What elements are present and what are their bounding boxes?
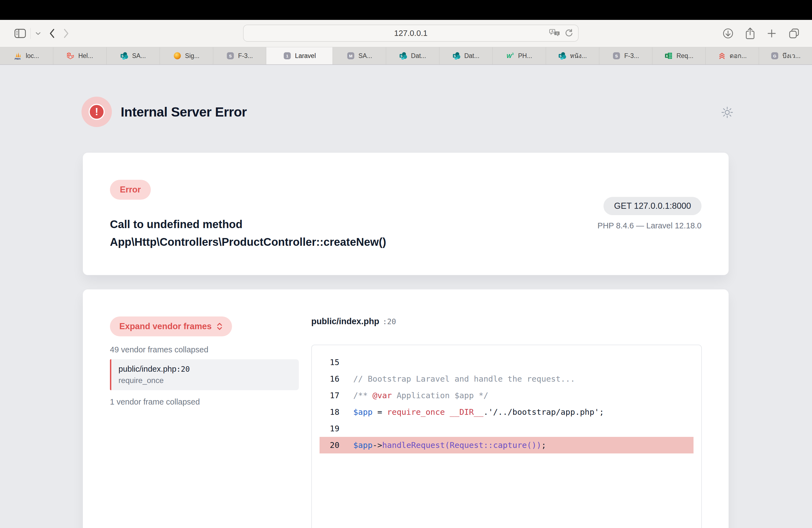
expand-vendor-frames-button[interactable]: Expand vendor frames [110, 317, 232, 336]
svg-text:X: X [666, 54, 668, 58]
share-icon[interactable] [744, 27, 756, 40]
toolbar-right-controls [722, 20, 800, 47]
tab-label: SA... [359, 52, 372, 60]
code-line-20: 20$app->handleRequest(Request::capture()… [320, 437, 694, 453]
svg-text:A: A [551, 30, 553, 33]
tab-label: Laravel [295, 52, 316, 60]
svg-text:G: G [773, 54, 777, 58]
browser-tab[interactable]: PMAloc... [0, 47, 53, 64]
code-line-15: 15 [320, 354, 694, 371]
browser-tab[interactable]: MSA... [333, 47, 386, 64]
toolbar-divider [30, 28, 31, 39]
tab-overview-icon[interactable] [788, 27, 800, 40]
line-number: 17 [320, 391, 339, 400]
exception-message: Call to undefined method App\Http\Contro… [110, 216, 466, 251]
laravel-logo-icon [66, 52, 75, 60]
version-info: PHP 8.4.6 — Laravel 12.18.0 [597, 221, 701, 230]
error-type-badge: Error [110, 180, 151, 200]
tab-label: Req... [677, 52, 693, 60]
chevron-down-icon[interactable] [35, 31, 41, 35]
tab-label: หนัง... [570, 51, 587, 61]
theme-sun-icon[interactable] [721, 106, 734, 120]
w3schools-icon: W3 [506, 52, 514, 60]
macos-menubar [0, 0, 812, 20]
svg-text:S: S [401, 54, 403, 58]
stack-frame-item[interactable]: public/index.php:20 require_once [110, 359, 299, 390]
code-file-name: public/index.php [311, 317, 379, 326]
svg-text:1: 1 [286, 54, 288, 58]
browser-tab[interactable]: SDat... [439, 47, 493, 64]
new-tab-icon[interactable] [766, 28, 777, 39]
line-number: 18 [320, 407, 339, 417]
browser-tab[interactable]: Sig... [160, 47, 213, 64]
page-header: ! Internal Server Error [82, 97, 247, 127]
back-icon[interactable] [48, 28, 56, 39]
svg-text:S: S [615, 54, 618, 58]
address-bar[interactable]: 127.0.0.1 A 文 [243, 25, 579, 42]
badge-M-icon: M [347, 52, 355, 60]
badge-S-icon: S [226, 52, 234, 60]
badge-1-icon: 1 [283, 52, 291, 60]
translate-icon[interactable]: A 文 [549, 28, 561, 38]
address-bar-icons: A 文 [549, 25, 574, 41]
sharepoint-icon: S [120, 52, 128, 60]
tab-label: Dat... [464, 52, 479, 60]
svg-text:PMA: PMA [15, 57, 21, 60]
svg-text:S: S [454, 54, 456, 58]
svg-text:S: S [121, 54, 124, 58]
code-line-17: 17/** @var Application $app */ [320, 387, 694, 404]
excel-icon: X [665, 52, 673, 60]
code-column: public/index.php:20 1516// Bootstrap Lar… [311, 317, 702, 528]
badge-G-icon: G [771, 52, 779, 60]
forward-icon[interactable] [63, 28, 70, 39]
svg-text:文: 文 [556, 32, 559, 35]
code-line-18: 18$app = require_once __DIR__.'/../boots… [320, 404, 694, 420]
svg-text:S: S [559, 54, 562, 58]
svg-text:S: S [229, 54, 232, 58]
tab-label: Hel... [78, 52, 93, 60]
browser-tab[interactable]: 1Laravel [266, 47, 333, 64]
browser-tab[interactable]: SF-3... [599, 47, 653, 64]
browser-tab[interactable]: Sหนัง... [546, 47, 599, 64]
page-title: Internal Server Error [121, 104, 247, 120]
badge-S-icon: S [612, 52, 621, 60]
svg-text:M: M [349, 54, 352, 58]
code-line-19: 19 [320, 420, 694, 437]
expand-chevrons-icon [217, 322, 222, 331]
browser-tab[interactable]: W3PH... [493, 47, 546, 64]
line-number: 16 [320, 374, 339, 384]
exception-card: Error GET 127.0.0.1:8000 PHP 8.4.6 — Lar… [83, 153, 729, 275]
reload-icon[interactable] [564, 28, 574, 38]
line-number: 20 [320, 440, 339, 450]
toolbar-left-controls [14, 20, 70, 47]
tab-label: F-3... [624, 52, 639, 60]
sharepoint-icon: S [452, 52, 461, 60]
browser-tab[interactable]: SDat... [386, 47, 439, 64]
tab-label: บึงเว... [782, 51, 801, 61]
address-text: 127.0.0.1 [394, 29, 427, 38]
tab-label: Sig... [185, 52, 199, 60]
phpmyadmin-icon: PMA [14, 52, 22, 60]
tab-label: loc... [26, 52, 39, 60]
code-line-ref: :20 [382, 317, 396, 326]
browser-tab[interactable]: SSA... [106, 47, 160, 64]
tab-bar: PMAloc...Hel...SSA...Sig...SF-3...1Larav… [0, 47, 812, 65]
browser-tab[interactable]: ดอก... [706, 47, 759, 64]
svg-text:W: W [507, 53, 512, 59]
frame-line-number: :20 [176, 365, 190, 373]
red-chevrons-icon [718, 52, 726, 60]
download-icon[interactable] [722, 27, 734, 40]
collapsed-frames-bottom: 1 vendor frame collapsed [110, 397, 299, 407]
code-line-16: 16// Bootstrap Laravel and handle the re… [320, 371, 694, 387]
stack-trace-card: Expand vendor frames 49 vendor frames co… [83, 289, 729, 528]
code-file-header: public/index.php:20 [311, 317, 702, 328]
frames-column: Expand vendor frames 49 vendor frames co… [110, 317, 299, 407]
sidebar-toggle-icon[interactable] [14, 28, 27, 39]
tab-label: Dat... [411, 52, 426, 60]
browser-tab[interactable]: SF-3... [213, 47, 266, 64]
browser-tab[interactable]: XReq... [652, 47, 706, 64]
browser-tab[interactable]: Gบึงเว... [759, 47, 812, 64]
browser-tab[interactable]: Hel... [53, 47, 106, 64]
svg-text:3: 3 [512, 53, 513, 56]
line-number: 19 [320, 424, 339, 433]
